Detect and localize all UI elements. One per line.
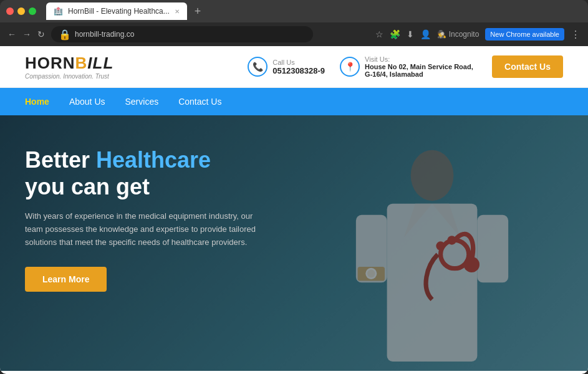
visit-us-label: Visit Us: <box>365 55 477 63</box>
address: House No 02, Main Service Road, G-16/4, … <box>365 63 477 78</box>
hero-title-highlight: Healthcare <box>96 147 211 173</box>
browser-tab[interactable]: 🏥 HornBill - Elevating Healthca... ✕ <box>46 2 187 20</box>
maximize-button-tl[interactable] <box>29 7 36 15</box>
logo-orn: ORN <box>37 54 75 72</box>
hero-section: Better Healthcare you can get With years… <box>0 115 588 371</box>
tab-favicon: 🏥 <box>54 7 63 16</box>
site-header: HORNBILL Compassion. Innovation. Trust 📞… <box>0 46 588 88</box>
logo-b: B <box>75 54 88 72</box>
nav-contact[interactable]: Contact Us <box>178 89 221 114</box>
title-bar: 🏥 HornBill - Elevating Healthca... ✕ + <box>0 0 588 22</box>
logo: HORNBILL <box>25 54 113 73</box>
nav-services[interactable]: Services <box>125 89 159 114</box>
traffic-lights <box>6 7 36 15</box>
call-us-item: 📞 Call Us 0512308328-9 <box>248 57 325 77</box>
incognito-icon: 🕵️ <box>437 30 446 39</box>
browser-frame: 🏥 HornBill - Elevating Healthca... ✕ + ←… <box>0 0 588 374</box>
incognito-label: Incognito <box>449 30 480 39</box>
hero-content: Better Healthcare you can get With years… <box>0 115 324 323</box>
logo-ill: ILL <box>87 54 113 72</box>
incognito-badge: 🕵️ Incognito <box>437 30 480 39</box>
nav-about[interactable]: About Us <box>69 89 105 114</box>
new-chrome-button[interactable]: New Chrome available <box>485 28 564 41</box>
hero-title-plain: Better <box>25 147 96 173</box>
logo-horn: H <box>25 54 37 72</box>
header-contact: 📞 Call Us 0512308328-9 📍 Visit Us: House… <box>248 55 563 78</box>
contact-us-button[interactable]: Contact Us <box>492 55 563 78</box>
tab-close-icon[interactable]: ✕ <box>175 8 180 15</box>
hero-description: With years of experience in the medical … <box>25 210 262 249</box>
site-nav: Home About Us Services Contact Us <box>0 88 588 115</box>
phone-icon: 📞 <box>248 57 267 77</box>
profile-icon[interactable]: 👤 <box>420 29 431 39</box>
hero-title-line2: you can get <box>25 174 150 199</box>
new-tab-button[interactable]: + <box>195 6 201 17</box>
back-button[interactable]: ← <box>7 29 16 39</box>
browser-menu-icon[interactable]: ⋮ <box>571 29 581 41</box>
forward-button[interactable]: → <box>22 29 31 39</box>
learn-more-button[interactable]: Learn More <box>25 267 107 292</box>
url-bar[interactable]: 🔒 hornbill-trading.co <box>51 26 313 42</box>
visit-us-item: 📍 Visit Us: House No 02, Main Service Ro… <box>340 55 477 78</box>
website-content: HORNBILL Compassion. Innovation. Trust 📞… <box>0 46 588 374</box>
minimize-button-tl[interactable] <box>17 7 25 15</box>
hero-title: Better Healthcare you can get <box>25 146 299 200</box>
phone-number: 0512308328-9 <box>272 66 325 75</box>
close-button-tl[interactable] <box>6 7 14 15</box>
lock-icon: 🔒 <box>59 29 71 41</box>
visit-us-info: Visit Us: House No 02, Main Service Road… <box>365 55 477 78</box>
tab-title: HornBill - Elevating Healthca... <box>68 7 170 16</box>
call-us-info: Call Us 0512308328-9 <box>272 59 325 75</box>
logo-area: HORNBILL Compassion. Innovation. Trust <box>25 54 113 80</box>
bookmark-icon[interactable]: ☆ <box>375 29 383 39</box>
url-text: hornbill-trading.co <box>75 30 134 39</box>
extensions-icon[interactable]: 🧩 <box>390 29 400 39</box>
browser-bar-right: ☆ 🧩 ⬇ 👤 🕵️ Incognito New Chrome availabl… <box>375 28 581 41</box>
location-icon: 📍 <box>340 57 360 77</box>
reload-button[interactable]: ↻ <box>37 29 45 39</box>
download-icon[interactable]: ⬇ <box>407 29 414 39</box>
address-bar: ← → ↻ 🔒 hornbill-trading.co ☆ 🧩 ⬇ 👤 🕵️ I… <box>0 22 588 46</box>
call-us-label: Call Us <box>272 59 325 66</box>
logo-tagline: Compassion. Innovation. Trust <box>25 73 113 80</box>
nav-home[interactable]: Home <box>25 89 49 114</box>
